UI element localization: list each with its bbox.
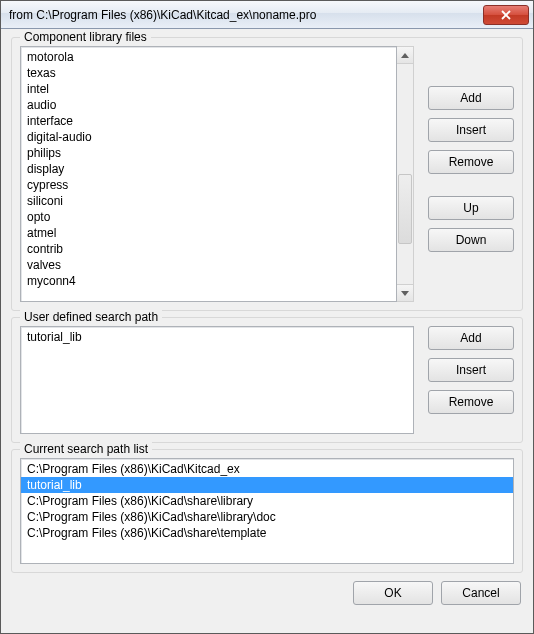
library-listbox[interactable]: motorolatexasintelaudiointerfacedigital-… [20, 46, 397, 302]
down-library-button[interactable]: Down [428, 228, 514, 252]
close-icon [500, 10, 512, 20]
group-label-current-search-path: Current search path list [20, 442, 152, 456]
window-title: from C:\Program Files (x86)\KiCad\Kitcad… [9, 8, 483, 22]
scroll-down-button[interactable] [397, 284, 413, 301]
current-search-path-listbox[interactable]: C:\Program Files (x86)\KiCad\Kitcad_extu… [20, 458, 514, 564]
remove-library-button[interactable]: Remove [428, 150, 514, 174]
list-item[interactable]: siliconi [21, 193, 396, 209]
list-item[interactable]: atmel [21, 225, 396, 241]
user-search-path-buttons: Add Insert Remove [428, 326, 514, 434]
list-item[interactable]: C:\Program Files (x86)\KiCad\share\libra… [21, 509, 513, 525]
list-item[interactable]: valves [21, 257, 396, 273]
insert-path-button[interactable]: Insert [428, 358, 514, 382]
dialog-window: from C:\Program Files (x86)\KiCad\Kitcad… [0, 0, 534, 634]
scroll-up-button[interactable] [397, 47, 413, 64]
list-item[interactable]: interface [21, 113, 396, 129]
list-item[interactable]: tutorial_lib [21, 477, 513, 493]
group-label-user-search-path: User defined search path [20, 310, 162, 324]
client-area: Component library files motorolatexasint… [1, 29, 533, 633]
scroll-thumb[interactable] [398, 174, 412, 244]
list-item[interactable]: C:\Program Files (x86)\KiCad\Kitcad_ex [21, 461, 513, 477]
list-item[interactable]: myconn4 [21, 273, 396, 289]
list-item[interactable]: opto [21, 209, 396, 225]
list-item[interactable]: tutorial_lib [21, 329, 413, 345]
close-button[interactable] [483, 5, 529, 25]
title-bar[interactable]: from C:\Program Files (x86)\KiCad\Kitcad… [1, 1, 533, 29]
library-buttons: Add Insert Remove Up Down [428, 46, 514, 302]
group-label-libraries: Component library files [20, 30, 151, 44]
list-item[interactable]: motorola [21, 49, 396, 65]
list-item[interactable]: display [21, 161, 396, 177]
user-search-path-listbox[interactable]: tutorial_lib [20, 326, 414, 434]
up-library-button[interactable]: Up [428, 196, 514, 220]
list-item[interactable]: digital-audio [21, 129, 396, 145]
list-item[interactable]: intel [21, 81, 396, 97]
triangle-up-icon [401, 53, 409, 58]
scrollbar-libraries[interactable] [397, 46, 414, 302]
scroll-track[interactable] [397, 64, 413, 284]
group-current-search-path: Current search path list C:\Program File… [11, 449, 523, 573]
list-item[interactable]: contrib [21, 241, 396, 257]
insert-library-button[interactable]: Insert [428, 118, 514, 142]
add-library-button[interactable]: Add [428, 86, 514, 110]
list-item[interactable]: philips [21, 145, 396, 161]
add-path-button[interactable]: Add [428, 326, 514, 350]
list-item[interactable]: texas [21, 65, 396, 81]
dialog-footer: OK Cancel [11, 575, 523, 607]
group-component-libraries: Component library files motorolatexasint… [11, 37, 523, 311]
triangle-down-icon [401, 291, 409, 296]
list-item[interactable]: audio [21, 97, 396, 113]
group-user-search-path: User defined search path tutorial_lib Ad… [11, 317, 523, 443]
list-item[interactable]: C:\Program Files (x86)\KiCad\share\templ… [21, 525, 513, 541]
list-item[interactable]: C:\Program Files (x86)\KiCad\share\libra… [21, 493, 513, 509]
ok-button[interactable]: OK [353, 581, 433, 605]
list-item[interactable]: cypress [21, 177, 396, 193]
cancel-button[interactable]: Cancel [441, 581, 521, 605]
remove-path-button[interactable]: Remove [428, 390, 514, 414]
